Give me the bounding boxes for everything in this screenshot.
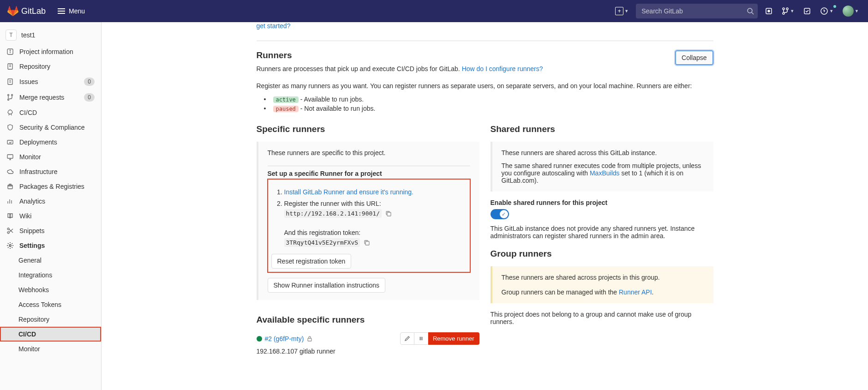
sidebar-item-label: Issues (19, 78, 78, 85)
tanuki-icon (7, 6, 18, 17)
pause-runner-button[interactable] (414, 332, 428, 345)
svg-point-3 (768, 10, 770, 12)
status-dot-active (257, 336, 262, 342)
install-runner-link[interactable]: Install GitLab Runner and ensure it's ru… (284, 188, 414, 196)
svg-point-30 (7, 232, 9, 234)
sidebar-item-deployments[interactable]: Deployments (0, 135, 101, 150)
configure-runners-link[interactable]: How do I configure runners? (462, 65, 543, 72)
sidebar-item-label: Merge requests (19, 94, 78, 101)
sidebar-item-label: Packages & Registries (19, 183, 95, 190)
remove-runner-button[interactable]: Remove runner (428, 332, 479, 345)
search-input[interactable] (636, 4, 758, 18)
sidebar-sub-webhooks[interactable]: Webhooks (0, 282, 101, 297)
edit-runner-button[interactable] (400, 332, 414, 345)
group-line1: These runners are shared across projects… (502, 274, 704, 281)
user-menu[interactable]: ▼ (841, 4, 861, 18)
pause-icon (418, 336, 424, 342)
collapse-button[interactable]: Collapse (675, 50, 713, 65)
setup-title: Set up a specific Runner for a project (268, 170, 470, 177)
project-header[interactable]: T test1 (0, 26, 101, 44)
scissors-icon (6, 227, 14, 234)
runner-link[interactable]: #2 (g6fP-mty) (265, 335, 304, 342)
brand-text: GitLab (21, 6, 46, 16)
shared-note: The same shared runner executes code fro… (502, 162, 704, 184)
svg-line-1 (752, 12, 754, 14)
sidebar-item-label: Settings (19, 242, 95, 249)
new-dropdown[interactable]: + ▼ (613, 5, 630, 17)
top-navbar: GitLab Menu + ▼ ▼ ▼ (0, 0, 868, 22)
sidebar-item-issues[interactable]: Issues 0 (0, 74, 101, 90)
truncated-link[interactable]: get started? (257, 22, 713, 30)
plus-icon: + (615, 7, 623, 15)
project-sidebar: T test1 Project information Repository I… (0, 22, 102, 390)
sidebar-item-infrastructure[interactable]: Infrastructure (0, 164, 101, 179)
merge-requests-shortcut[interactable]: ▼ (780, 6, 796, 17)
shield-icon (6, 124, 14, 131)
gitlab-logo[interactable]: GitLab (7, 6, 46, 17)
sidebar-sub-monitor[interactable]: Monitor (0, 342, 101, 356)
shared-intro: These runners are shared across this Git… (502, 149, 704, 156)
chevron-down-icon: ▼ (829, 9, 833, 13)
sidebar-item-analytics[interactable]: Analytics (0, 194, 101, 209)
registration-url: http://192.168.2.141:9001/ (284, 209, 382, 218)
svg-point-6 (786, 8, 788, 10)
chart-icon (6, 198, 14, 205)
issues-shortcut[interactable] (763, 6, 774, 17)
merge-icon (6, 94, 14, 101)
menu-button[interactable]: Menu (53, 5, 90, 18)
sidebar-sub-repository[interactable]: Repository (0, 312, 101, 327)
sidebar-item-merge-requests[interactable]: Merge requests 0 (0, 90, 101, 105)
sidebar-item-project-information[interactable]: Project information (0, 44, 101, 59)
show-instructions-button[interactable]: Show Runner installation instructions (268, 278, 386, 293)
sidebar-item-label: Analytics (19, 198, 95, 205)
sidebar-item-snippets[interactable]: Snippets (0, 223, 101, 238)
shared-runners-toggle[interactable] (491, 209, 509, 219)
sidebar-item-cicd[interactable]: CI/CD (0, 105, 101, 120)
hamburger-icon (58, 8, 65, 14)
sidebar-sub-integrations[interactable]: Integrations (0, 268, 101, 282)
specific-runners-heading: Specific runners (257, 124, 479, 134)
sidebar-sub-cicd[interactable]: CI/CD (0, 327, 101, 342)
help-icon (820, 7, 828, 15)
sidebar-item-label: Repository (19, 63, 95, 70)
chevron-down-icon: ▼ (790, 9, 794, 13)
sidebar-item-wiki[interactable]: Wiki (0, 209, 101, 223)
copy-token-button[interactable] (364, 240, 370, 246)
chevron-down-icon: ▼ (624, 9, 629, 13)
search-icon[interactable] (747, 7, 754, 15)
paused-pill: paused (273, 106, 299, 112)
user-avatar (843, 6, 854, 17)
svg-rect-36 (308, 338, 311, 341)
copy-url-button[interactable] (385, 210, 392, 217)
help-dropdown[interactable]: ▼ (818, 5, 835, 17)
list-item: Register the runner with this URL: http:… (284, 198, 467, 248)
svg-line-32 (9, 229, 13, 232)
sidebar-item-packages[interactable]: Packages & Registries (0, 179, 101, 194)
svg-rect-15 (8, 79, 12, 84)
registration-highlight-box: Install GitLab Runner and ensure it's ru… (268, 179, 470, 272)
sidebar-sub-access-tokens[interactable]: Access Tokens (0, 297, 101, 312)
project-name: test1 (21, 31, 35, 39)
todos-icon (803, 7, 811, 15)
maxbuilds-link[interactable]: MaxBuilds (590, 169, 620, 177)
todos-shortcut[interactable] (802, 6, 813, 17)
reset-token-button[interactable]: Reset registration token (271, 254, 352, 269)
sidebar-item-label: Deployments (19, 138, 95, 146)
divider (257, 41, 713, 41)
runner-api-link[interactable]: Runner API (619, 288, 652, 296)
list-item: Install GitLab Runner and ensure it's ru… (284, 186, 467, 198)
sidebar-item-monitor[interactable]: Monitor (0, 150, 101, 164)
merge-icon (782, 7, 789, 15)
runners-register-note: Register as many runners as you want. Yo… (257, 81, 713, 91)
sidebar-item-settings[interactable]: Settings (0, 238, 101, 253)
shared-runners-panel: These runners are shared across this Git… (491, 142, 713, 192)
sidebar-item-repository[interactable]: Repository (0, 59, 101, 74)
svg-point-33 (9, 245, 11, 246)
package-icon (6, 183, 14, 190)
project-avatar: T (6, 30, 17, 41)
issues-badge: 0 (84, 78, 95, 86)
sidebar-sub-general[interactable]: General (0, 253, 101, 268)
deployments-icon (6, 138, 14, 146)
sidebar-item-security[interactable]: Security & Compliance (0, 120, 101, 135)
chevron-down-icon: ▼ (855, 9, 859, 13)
